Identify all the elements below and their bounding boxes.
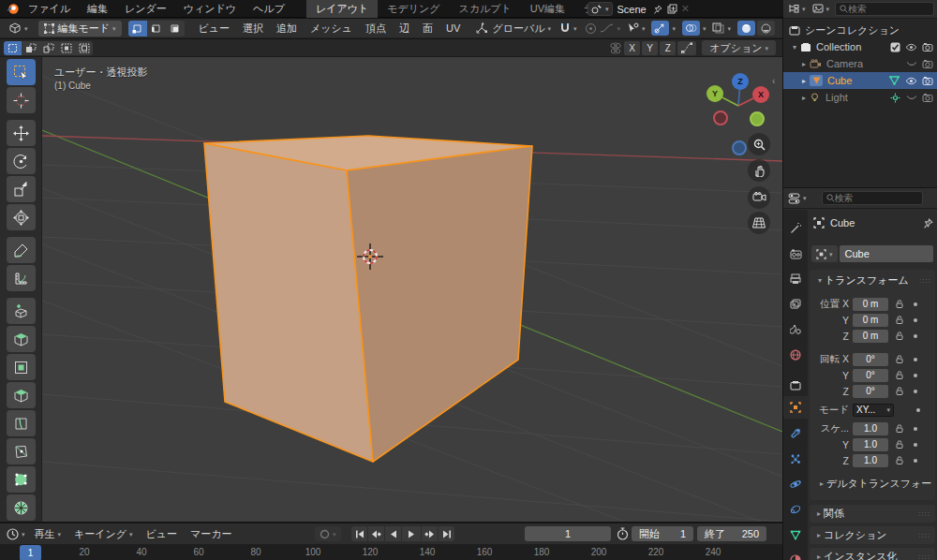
tab-object-data[interactable] <box>783 523 808 546</box>
tab-tool[interactable] <box>783 217 808 240</box>
menu-view[interactable]: ビュー <box>192 22 237 36</box>
timeline-editor-type-button[interactable]: ▾ <box>4 528 28 540</box>
spin-tool[interactable] <box>7 466 36 493</box>
mirror-z-button[interactable]: Z <box>660 41 676 55</box>
overlays-toggle-dropdown[interactable]: ▾ <box>682 21 706 36</box>
current-frame-field[interactable]: 1 <box>525 526 611 541</box>
jump-to-start-button[interactable] <box>351 526 367 541</box>
lock-icon[interactable] <box>893 387 906 395</box>
animate-decorator[interactable] <box>914 302 917 306</box>
menu-timeline-view[interactable]: ビュー <box>140 527 185 541</box>
hide-eye-icon[interactable] <box>905 77 917 85</box>
lock-icon[interactable] <box>893 371 906 379</box>
mode-dropdown[interactable]: 編集モード▾ <box>38 21 122 37</box>
lock-icon[interactable] <box>893 332 906 340</box>
menu-add[interactable]: 追加 <box>270 22 304 36</box>
collections-panel-header[interactable]: ▸コレクション:::: <box>810 526 935 544</box>
instancing-panel-header[interactable]: ▸インスタンス化:::: <box>810 548 935 560</box>
select-extend-button[interactable] <box>22 41 39 55</box>
scene-collection-row[interactable]: シーンコレクション <box>783 22 937 38</box>
tab-object[interactable] <box>783 396 808 419</box>
tab-view-layer[interactable] <box>783 293 808 316</box>
extrude-region-tool[interactable] <box>7 298 36 324</box>
xray-toggle-dropdown[interactable]: ▾ <box>712 22 731 34</box>
outliner-row-cube[interactable]: ▸ Cube <box>783 72 937 89</box>
play-reverse-button[interactable] <box>385 526 401 541</box>
rotation-x-field[interactable]: 0° <box>853 353 888 366</box>
vertex-select-mode-button[interactable] <box>128 21 147 37</box>
timeline-ruler[interactable]: 20 40 60 80 100 120 140 160 180 200 220 … <box>0 544 782 560</box>
object-name-field[interactable]: Cube <box>840 245 933 262</box>
expand-icon[interactable]: ▸ <box>798 60 810 68</box>
menu-vertex[interactable]: 頂点 <box>359 22 393 36</box>
properties-editor-type-button[interactable]: ▾ <box>786 193 809 204</box>
camera-view-button[interactable] <box>748 186 770 209</box>
pin-icon[interactable] <box>924 218 933 228</box>
lock-icon[interactable] <box>893 456 906 464</box>
zoom-button[interactable] <box>748 133 770 155</box>
scene-datablock-icon[interactable]: ▾ <box>587 2 613 16</box>
delta-transform-panel-header[interactable]: ▸デルタトランスフォー <box>817 477 933 491</box>
render-visibility-icon[interactable] <box>922 59 933 68</box>
relations-panel-header[interactable]: ▸関係:::: <box>810 505 935 523</box>
collection-checkbox[interactable] <box>890 42 900 52</box>
animate-decorator[interactable] <box>916 408 920 412</box>
render-visibility-icon[interactable] <box>922 42 933 52</box>
hidden-eye-icon[interactable] <box>906 61 917 67</box>
expand-icon[interactable]: ▸ <box>798 77 810 85</box>
select-set-button[interactable] <box>4 41 22 55</box>
location-y-field[interactable]: 0 m <box>853 314 888 327</box>
rotation-mode-dropdown[interactable]: XY...▾ <box>853 404 894 417</box>
face-select-mode-button[interactable] <box>166 21 185 37</box>
menu-render[interactable]: レンダー <box>116 0 175 18</box>
snap-dropdown[interactable]: ▾ <box>559 22 577 34</box>
mesh-data-icon[interactable] <box>889 76 900 85</box>
inset-faces-tool[interactable] <box>7 326 36 352</box>
animate-decorator[interactable] <box>914 459 917 463</box>
gizmos-toggle-dropdown[interactable]: ▾ <box>651 21 676 36</box>
object-id-dropdown[interactable]: ▾ <box>811 245 838 262</box>
lock-icon[interactable] <box>893 440 906 449</box>
timer-icon[interactable] <box>617 527 629 540</box>
next-keyframe-button[interactable] <box>422 526 438 541</box>
lock-icon[interactable] <box>893 316 906 324</box>
mirror-y-button[interactable]: Y <box>642 41 658 55</box>
tab-collection-props[interactable] <box>783 374 808 396</box>
scene-name[interactable]: Scene <box>617 4 647 15</box>
options-dropdown[interactable]: オプション▾ <box>702 40 776 55</box>
edge-select-mode-button[interactable] <box>147 21 166 37</box>
gizmo-z-axis[interactable]: Z <box>732 73 749 90</box>
sidebar-collapse-arrow[interactable]: ‹ <box>772 76 775 86</box>
animate-decorator[interactable] <box>914 334 917 338</box>
transform-panel-header[interactable]: ▾ トランスフォーム :::: <box>815 273 931 287</box>
rotate-tool[interactable] <box>7 148 36 174</box>
hidden-eye-icon[interactable] <box>906 95 917 101</box>
menu-playback[interactable]: 再生▾ <box>28 527 68 541</box>
collapse-icon[interactable]: ▾ <box>789 43 800 52</box>
cursor-tool[interactable] <box>7 87 36 113</box>
select-subtract-button[interactable] <box>39 41 57 55</box>
outliner-row-camera[interactable]: ▸ Camera <box>783 55 937 72</box>
collection-row[interactable]: ▾ Collection <box>783 38 937 55</box>
tab-scene[interactable] <box>783 318 808 341</box>
tab-layout[interactable]: レイアウト <box>306 0 378 18</box>
light-data-icon[interactable] <box>890 93 900 103</box>
animate-decorator[interactable] <box>914 374 917 377</box>
bevel-tool[interactable] <box>7 354 36 380</box>
gizmo-y-axis[interactable]: Y <box>706 85 723 102</box>
prev-keyframe-button[interactable] <box>368 526 384 541</box>
smooth-tool[interactable] <box>7 494 36 521</box>
properties-search-input[interactable] <box>835 193 891 203</box>
tab-output[interactable] <box>783 268 808 290</box>
select-invert-button[interactable] <box>57 41 75 55</box>
menu-edge[interactable]: 辺 <box>393 22 416 36</box>
jump-to-end-button[interactable] <box>439 526 454 541</box>
menu-keying[interactable]: キーイング▾ <box>67 527 140 541</box>
scale-z-field[interactable]: 1.0 <box>853 454 888 467</box>
animate-decorator[interactable] <box>914 443 917 447</box>
animate-decorator[interactable] <box>914 427 917 431</box>
proportional-editing-toggle[interactable]: ▾ <box>585 22 620 35</box>
menu-edit[interactable]: 編集 <box>79 0 116 18</box>
frame-end-field[interactable]: 終了250 <box>697 526 766 541</box>
animate-decorator[interactable] <box>914 390 917 393</box>
